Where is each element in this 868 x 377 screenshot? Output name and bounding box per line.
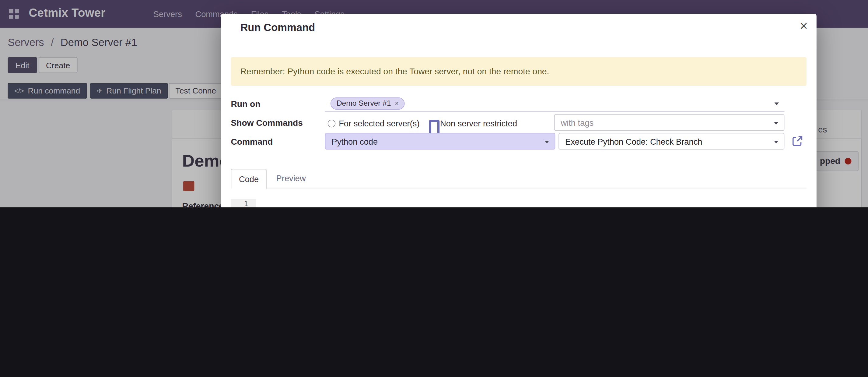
code-line-text[interactable] xyxy=(256,199,807,207)
run-on-field[interactable]: Demo Server #1 × xyxy=(325,96,785,112)
close-icon[interactable]: × xyxy=(800,18,807,34)
external-link-icon[interactable] xyxy=(792,135,803,147)
remove-tag-icon[interactable]: × xyxy=(395,99,399,107)
server-tag[interactable]: Demo Server #1 × xyxy=(331,97,405,110)
code-line[interactable]: 1 xyxy=(231,199,807,207)
tab-code-label: Code xyxy=(239,174,259,184)
radio-for-selected-servers-label[interactable]: For selected server(s) xyxy=(339,118,420,128)
line-number: 1 xyxy=(231,199,256,207)
modal-title: Run Command xyxy=(240,22,315,34)
warning-alert-text: Remember: Python code is executed on the… xyxy=(240,66,549,77)
radio-for-selected-servers[interactable] xyxy=(328,120,335,127)
chevron-down-icon xyxy=(774,122,778,124)
command-type-value: Python code xyxy=(332,137,378,146)
show-commands-label: Show Commands xyxy=(231,118,303,128)
tab-code[interactable]: Code xyxy=(231,169,267,189)
run-command-modal: Run Command × Remember: Python code is e… xyxy=(221,14,816,207)
command-select-value: Execute Python Code: Check Branch xyxy=(565,137,702,146)
radio-non-server-restricted-label[interactable]: Non server restricted xyxy=(440,118,517,128)
chevron-down-icon[interactable] xyxy=(775,102,779,105)
with-tags-select[interactable]: with tags xyxy=(554,114,785,131)
with-tags-placeholder: with tags xyxy=(561,118,594,127)
run-on-label: Run on xyxy=(231,99,260,109)
tab-preview[interactable]: Preview xyxy=(276,173,306,183)
chevron-down-icon xyxy=(545,141,549,143)
code-editor[interactable]: 12if {{ branch }}:3 COMMAND_RESULT={"exi… xyxy=(231,199,807,207)
server-tag-label: Demo Server #1 xyxy=(337,99,391,108)
warning-alert: Remember: Python code is executed on the… xyxy=(231,57,807,86)
screen: Cetmix Tower Servers Commands Files Tool… xyxy=(0,0,868,207)
command-label: Command xyxy=(231,137,273,147)
chevron-down-icon xyxy=(774,141,778,143)
command-type-select[interactable]: Python code xyxy=(325,133,555,150)
notebook-divider xyxy=(231,188,807,188)
command-select[interactable]: Execute Python Code: Check Branch xyxy=(558,133,784,150)
